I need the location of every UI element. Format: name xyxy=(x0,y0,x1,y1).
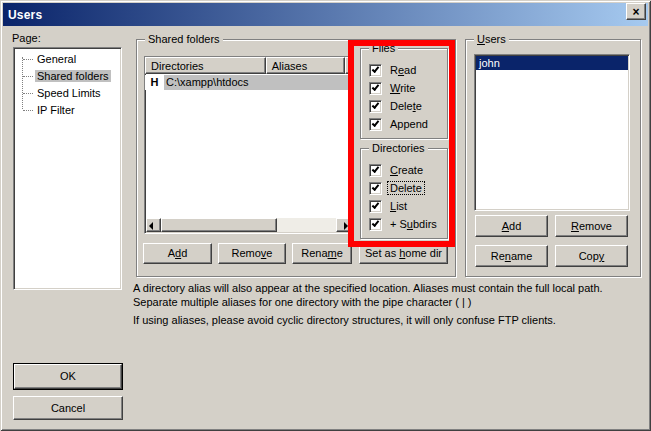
shared-folders-group: Shared folders Directories Aliases H C:\… xyxy=(136,39,456,277)
checkbox-row-list: List xyxy=(369,197,447,215)
delete-dirs-checkbox[interactable] xyxy=(369,182,382,195)
create-label: Create xyxy=(388,164,425,176)
read-checkbox[interactable] xyxy=(369,64,382,77)
tree-item-shared-folders[interactable]: Shared folders xyxy=(14,68,121,85)
delete-files-label: Delete xyxy=(388,100,424,112)
checkbox-row-delete-dirs: Delete xyxy=(369,179,447,197)
tree-item-general[interactable]: General xyxy=(14,51,121,68)
check-icon xyxy=(372,165,380,173)
users-listbox[interactable]: john xyxy=(474,54,630,211)
shared-folders-group-label: Shared folders xyxy=(145,32,223,46)
window-title: Users xyxy=(3,8,42,22)
check-icon xyxy=(372,201,380,209)
directories-permissions-group: Directories Create Delete List + Subdirs xyxy=(360,148,448,239)
remove-user-button[interactable]: Remove xyxy=(555,215,628,237)
directories-table[interactable]: Directories Aliases H C:\xampp\htdocs xyxy=(144,56,353,234)
directory-path: C:\xampp\htdocs xyxy=(164,75,352,90)
users-group: Users john xyxy=(465,39,641,277)
subdirs-label: + Subdirs xyxy=(388,218,439,230)
users-dialog: Users × Page: General Shared folders Spe… xyxy=(0,0,651,431)
table-row[interactable]: H C:\xampp\htdocs xyxy=(145,74,352,90)
checkbox-row-read: Read xyxy=(369,61,447,79)
page-tree[interactable]: General Shared folders Speed Limits IP F… xyxy=(13,47,122,290)
remove-directory-button[interactable]: Remove xyxy=(218,243,286,264)
users-group-label: Users xyxy=(474,32,509,46)
scrollbar-thumb[interactable] xyxy=(161,218,277,232)
titlebar[interactable]: Users xyxy=(3,3,648,26)
tree-item-ip-filter[interactable]: IP Filter xyxy=(14,102,121,119)
check-icon xyxy=(372,183,380,191)
home-dir-marker: H xyxy=(145,75,164,90)
write-label: Write xyxy=(388,82,417,94)
user-list-item[interactable]: john xyxy=(476,56,628,70)
add-directory-button[interactable]: Add xyxy=(143,243,212,264)
subdirs-checkbox[interactable] xyxy=(369,218,382,231)
checkbox-row-append: Append xyxy=(369,115,447,133)
check-icon xyxy=(372,119,380,127)
add-user-button[interactable]: Add xyxy=(475,215,548,237)
column-header-filler xyxy=(345,57,352,74)
check-icon xyxy=(372,101,380,109)
create-checkbox[interactable] xyxy=(369,164,382,177)
list-checkbox[interactable] xyxy=(369,200,382,213)
files-permissions-group: Files Read Write Delete Append xyxy=(360,48,448,139)
write-checkbox[interactable] xyxy=(369,82,382,95)
rename-directory-button[interactable]: Rename xyxy=(292,243,352,264)
page-label: Page: xyxy=(12,32,41,44)
tree-item-speed-limits[interactable]: Speed Limits xyxy=(14,85,121,102)
checkbox-row-subdirs: + Subdirs xyxy=(369,215,447,233)
scroll-left-icon[interactable] xyxy=(146,218,161,232)
ok-button[interactable]: OK xyxy=(13,363,123,390)
append-checkbox[interactable] xyxy=(369,118,382,131)
set-as-home-dir-button[interactable]: Set as home dir xyxy=(359,243,448,264)
rename-user-button[interactable]: Rename xyxy=(475,245,548,267)
alias-note: A directory alias will also appear at th… xyxy=(133,281,635,309)
delete-files-checkbox[interactable] xyxy=(369,100,382,113)
cancel-button[interactable]: Cancel xyxy=(13,396,123,420)
check-icon xyxy=(372,83,380,91)
ok-button-face: OK xyxy=(14,364,122,389)
column-header-aliases[interactable]: Aliases xyxy=(266,57,345,74)
check-icon xyxy=(372,65,380,73)
copy-user-button[interactable]: Copy xyxy=(555,245,628,267)
files-group-label: Files xyxy=(369,41,398,55)
close-icon[interactable]: × xyxy=(626,3,646,20)
append-label: Append xyxy=(388,118,430,130)
check-icon xyxy=(372,219,380,227)
horizontal-scrollbar[interactable] xyxy=(146,218,351,232)
scroll-right-icon[interactable] xyxy=(336,218,351,232)
scrollbar-track[interactable] xyxy=(277,218,336,232)
column-header-directories[interactable]: Directories xyxy=(145,57,266,74)
checkbox-row-delete-files: Delete xyxy=(369,97,447,115)
cyclic-note: If using aliases, please avoid cyclic di… xyxy=(133,313,635,327)
delete-dirs-label: Delete xyxy=(388,182,424,194)
checkbox-row-write: Write xyxy=(369,79,447,97)
table-header: Directories Aliases xyxy=(145,57,352,74)
read-label: Read xyxy=(388,64,418,76)
checkbox-row-create: Create xyxy=(369,161,447,179)
directories-group-label: Directories xyxy=(369,141,428,155)
list-label: List xyxy=(388,200,409,212)
